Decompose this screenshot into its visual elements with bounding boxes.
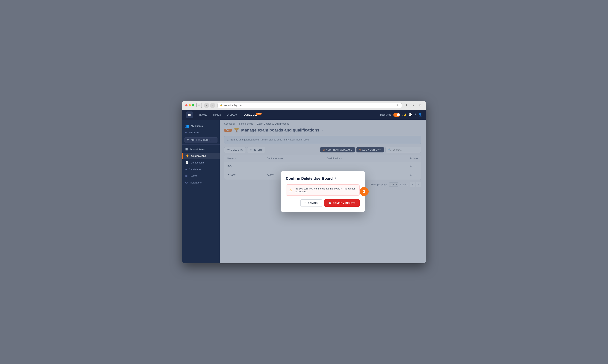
dialog-title: Confirm Delete UserBoard ?	[286, 176, 360, 181]
invigilators-icon: 🛡	[185, 181, 188, 184]
cancel-icon: ✕	[304, 202, 307, 205]
address-bar[interactable]: 🔒 examdisplay.com ↻	[218, 103, 402, 108]
content-area: Scheduler › School setup › Exam Boards &…	[220, 120, 426, 263]
dark-mode-icon[interactable]: 🌙	[402, 113, 406, 117]
dialog-help-icon[interactable]: ?	[334, 177, 336, 180]
browser-nav-icons: ‹ ›	[204, 103, 215, 108]
candidates-icon: ●	[185, 168, 187, 171]
sidebar-components[interactable]: 📄 Components	[182, 159, 220, 166]
my-exams-label: My Exams	[191, 125, 203, 127]
save-icon: 💾	[328, 202, 332, 205]
warning-icon: ⚠	[289, 188, 292, 192]
step-badge: 3	[360, 187, 369, 196]
share-icon[interactable]: ⬆	[404, 103, 409, 108]
dialog-warning: ⚠ Are you sure you want to delete this b…	[286, 184, 360, 196]
components-icon: 📄	[185, 161, 189, 164]
help-icon[interactable]: ?	[414, 113, 416, 117]
nav-display[interactable]: DISPLAY	[224, 112, 240, 117]
logo-icon: ⊞	[188, 113, 191, 117]
sidebar-candidates[interactable]: ● Candidates	[182, 166, 220, 173]
cancel-button[interactable]: ✕ CANCEL	[301, 199, 322, 207]
nav-right: Beta Mode 🌙 💬 ? 👤	[380, 113, 422, 117]
qualifications-label: Qualifications	[191, 155, 206, 157]
invigilators-label: Invigilators	[190, 181, 202, 184]
browser-window: ⊟ ‹ › 🔒 examdisplay.com ↻ ⬆ + ⊡ ⊞ HOME T…	[182, 101, 426, 263]
sidebar-qualifications[interactable]: 🏆 Qualifications	[182, 153, 220, 159]
maximize-dot[interactable]	[192, 104, 194, 106]
nav-items: HOME TIMER DISPLAY SCHEDULER Beta	[196, 112, 262, 117]
dialog-title-text: Confirm Delete UserBoard	[286, 176, 333, 181]
profile-icon[interactable]: 👤	[418, 113, 422, 117]
url-text: examdisplay.com	[224, 104, 242, 107]
beta-mode-label: Beta Mode	[380, 114, 391, 116]
add-exam-cycle-icon: ⊞	[187, 139, 189, 142]
rooms-icon: ⊞	[185, 174, 188, 178]
top-nav: ⊞ HOME TIMER DISPLAY SCHEDULER Beta Beta…	[182, 110, 426, 120]
browser-dots	[185, 104, 194, 106]
modal-overlay: Confirm Delete UserBoard ? ⚠ Are you sur…	[220, 120, 426, 263]
add-tab-icon[interactable]: +	[411, 103, 416, 108]
chat-icon[interactable]: 💬	[408, 113, 412, 117]
school-setup-label: School Setup	[190, 148, 205, 151]
sidebar-rooms[interactable]: ⊞ Rooms	[182, 173, 220, 179]
confirm-delete-button[interactable]: 💾 CONFIRM DELETE	[324, 199, 360, 207]
all-cycles-icon: ∞	[185, 131, 187, 134]
add-exam-cycle-label: ADD EXAM CYCLE	[191, 139, 210, 142]
sidebar-icon[interactable]: ⊡	[417, 103, 423, 108]
reload-icon[interactable]: ↻	[397, 104, 399, 107]
scheduler-badge: Beta	[256, 113, 262, 115]
components-label: Components	[191, 161, 205, 164]
browser-toolbar: ⊟ ‹ › 🔒 examdisplay.com ↻ ⬆ + ⊡	[182, 101, 426, 110]
warning-text: Are you sure you want to delete this boa…	[295, 187, 357, 193]
app-shell: ⊞ HOME TIMER DISPLAY SCHEDULER Beta Beta…	[182, 110, 426, 263]
window-icon: ⊟	[196, 103, 202, 108]
beta-mode-toggle[interactable]	[393, 113, 400, 117]
sidebar-invigilators[interactable]: 🛡 Invigilators	[182, 179, 220, 186]
nav-scheduler[interactable]: SCHEDULER Beta	[241, 112, 262, 117]
my-exams-icon: 👥	[185, 124, 189, 128]
qualifications-icon: 🏆	[186, 154, 189, 158]
nav-timer[interactable]: TIMER	[210, 112, 223, 117]
forward-button[interactable]: ›	[210, 103, 215, 108]
dialog-actions: ✕ CANCEL 💾 CONFIRM DELETE	[286, 199, 360, 207]
rooms-label: Rooms	[190, 174, 197, 177]
nav-logo: ⊞	[186, 112, 193, 118]
nav-home[interactable]: HOME	[196, 112, 209, 117]
close-dot[interactable]	[185, 104, 188, 106]
all-cycles-label: All Cycles	[189, 131, 200, 134]
main-area: 👥 My Exams ∞ All Cycles ⊞ ADD EXAM CYCLE…	[182, 120, 426, 263]
school-setup-header: ⊞ School Setup	[182, 146, 220, 153]
sidebar-all-cycles[interactable]: ∞ All Cycles	[182, 129, 220, 136]
add-exam-cycle-btn[interactable]: ⊞ ADD EXAM CYCLE	[184, 137, 218, 143]
confirm-delete-dialog: Confirm Delete UserBoard ? ⚠ Are you sur…	[281, 171, 365, 212]
step-number: 3	[363, 189, 365, 194]
back-button[interactable]: ‹	[204, 103, 209, 108]
cancel-label: CANCEL	[308, 202, 318, 205]
sidebar: 👥 My Exams ∞ All Cycles ⊞ ADD EXAM CYCLE…	[182, 120, 220, 263]
minimize-dot[interactable]	[189, 104, 191, 106]
my-exams-header: 👥 My Exams	[182, 123, 220, 129]
browser-actions: ⬆ + ⊡	[404, 103, 423, 108]
candidates-label: Candidates	[189, 168, 201, 171]
school-setup-icon: ⊞	[185, 148, 188, 151]
confirm-label: CONFIRM DELETE	[332, 202, 356, 205]
toggle-knob	[397, 113, 400, 116]
lock-icon: 🔒	[220, 104, 222, 106]
